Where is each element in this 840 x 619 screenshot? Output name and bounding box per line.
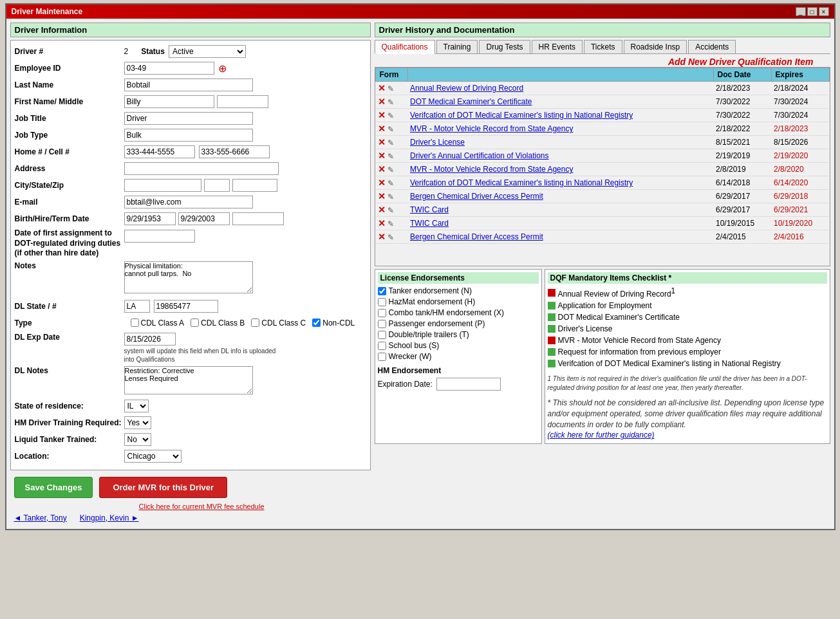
birth-date-input[interactable] — [124, 212, 176, 225]
cdl-b-checkbox[interactable] — [191, 319, 199, 327]
endorsement-checkbox[interactable] — [378, 287, 386, 295]
edit-icon[interactable]: ✎ — [387, 233, 394, 242]
employee-id-input[interactable] — [124, 62, 214, 75]
delete-icon[interactable]: ✕ — [378, 178, 386, 188]
maximize-button[interactable]: □ — [807, 7, 817, 16]
hm-expiration-input[interactable] — [436, 378, 501, 391]
endorsement-checkbox[interactable] — [378, 298, 386, 306]
qualification-link[interactable]: MVR - Motor Vehicle Record from State Ag… — [410, 124, 573, 133]
prev-driver-link[interactable]: ◄ Tanker, Tony — [14, 513, 67, 522]
dl-number-input[interactable] — [154, 300, 218, 313]
add-new-qualification-link[interactable]: Add New Driver Qualification Item — [664, 55, 817, 68]
last-name-input[interactable] — [124, 79, 253, 91]
dl-exp-input[interactable] — [124, 333, 176, 346]
dl-notes-textarea[interactable]: Restriction: Corrective Lenses Required — [124, 366, 253, 394]
qualification-link[interactable]: Driver's License — [410, 138, 465, 147]
endorsement-checkbox[interactable] — [378, 342, 386, 350]
cdl-a-checkbox-label[interactable]: CDL Class A — [131, 319, 185, 328]
tab-drug-tests[interactable]: Drug Tests — [479, 40, 530, 53]
qualification-link[interactable]: Bergen Chemical Driver Access Permit — [410, 232, 543, 241]
delete-icon[interactable]: ✕ — [378, 205, 386, 215]
qualification-link[interactable]: Verifcation of DOT Medical Examiner's li… — [410, 111, 633, 120]
endorsement-checkbox[interactable] — [378, 320, 386, 328]
delete-icon[interactable]: ✕ — [378, 164, 386, 174]
tab-qualifications[interactable]: Qualifications — [375, 40, 435, 54]
state-input[interactable] — [204, 179, 230, 192]
middle-name-input[interactable] — [217, 95, 268, 108]
term-date-input[interactable] — [232, 212, 284, 225]
hire-date-input[interactable] — [178, 212, 230, 225]
edit-icon[interactable]: ✎ — [387, 125, 394, 134]
title-bar: Driver Maintenance _ □ × — [6, 5, 834, 19]
qualification-link[interactable]: Annual Review of Driving Record — [410, 84, 523, 93]
job-type-input[interactable] — [124, 129, 253, 142]
edit-icon[interactable]: ✎ — [387, 219, 394, 228]
tab-roadside-insp[interactable]: Roadside Insp — [624, 40, 687, 53]
tab-training[interactable]: Training — [436, 40, 478, 53]
dot-date-input[interactable] — [124, 230, 195, 243]
cdl-b-checkbox-label[interactable]: CDL Class B — [191, 319, 245, 328]
zip-input[interactable] — [232, 179, 277, 192]
cell-phone-input[interactable] — [199, 145, 270, 158]
endorsement-checkbox[interactable] — [378, 331, 386, 339]
cdl-c-checkbox[interactable] — [251, 319, 259, 327]
qualification-link[interactable]: TWIC Card — [410, 205, 449, 214]
first-name-input[interactable] — [124, 95, 214, 108]
next-driver-link[interactable]: Kingpin, Kevin ► — [80, 513, 139, 522]
hm-training-select[interactable]: Yes No — [124, 416, 151, 429]
status-select[interactable]: Active Inactive Terminated — [169, 45, 246, 58]
expires-cell: 7/30/2024 — [771, 95, 829, 109]
delete-icon[interactable]: ✕ — [378, 110, 386, 120]
delete-icon[interactable]: ✕ — [378, 232, 386, 242]
tab-tickets[interactable]: Tickets — [584, 40, 622, 53]
qualification-link[interactable]: TWIC Card — [410, 219, 449, 228]
save-changes-button[interactable]: Save Changes — [14, 477, 93, 498]
edit-icon[interactable]: ✎ — [387, 111, 394, 120]
email-input[interactable] — [124, 196, 253, 208]
qualification-link[interactable]: DOT Medical Examiner's Certificate — [410, 97, 532, 106]
edit-icon[interactable]: ✎ — [387, 98, 394, 107]
order-mvr-button[interactable]: Order MVR for this Driver — [99, 477, 227, 498]
qualification-link[interactable]: Driver's Annual Certification of Violati… — [410, 151, 549, 160]
state-residence-select[interactable]: IL LA TX — [124, 400, 149, 412]
notes-textarea[interactable]: Physical limitation: cannot pull tarps. … — [124, 261, 253, 293]
edit-icon[interactable]: ✎ — [387, 152, 394, 161]
home-phone-input[interactable] — [124, 145, 195, 158]
mvr-fee-link[interactable]: Click here for current MVR fee schedule — [139, 503, 265, 510]
address-input[interactable] — [124, 162, 279, 175]
edit-icon[interactable]: ✎ — [387, 84, 394, 93]
endorsement-checkbox[interactable] — [378, 309, 386, 317]
cdl-a-checkbox[interactable] — [131, 319, 139, 327]
endorsement-checkbox[interactable] — [378, 353, 386, 361]
tab-hr-events[interactable]: HR Events — [532, 40, 583, 53]
non-cdl-checkbox[interactable] — [312, 319, 321, 327]
edit-icon[interactable]: ✎ — [387, 192, 394, 201]
delete-icon[interactable]: ✕ — [378, 218, 386, 228]
edit-icon[interactable]: ✎ — [387, 165, 394, 174]
non-cdl-checkbox-label[interactable]: Non-CDL — [312, 319, 355, 328]
tab-accidents[interactable]: Accidents — [688, 40, 736, 53]
qualification-link[interactable]: MVR - Motor Vehicle Record from State Ag… — [410, 165, 573, 174]
footnote-link[interactable]: (click here for further guidance) — [548, 430, 655, 439]
liquid-tanker-select[interactable]: No Yes — [124, 433, 151, 446]
qualifications-table-container[interactable]: Form Doc Date Expires ✕ ✎Annual Review o… — [375, 67, 830, 266]
delete-icon[interactable]: ✕ — [378, 97, 386, 107]
add-new-container: Add New Driver Qualification Item — [375, 57, 830, 67]
edit-icon[interactable]: ✎ — [387, 179, 394, 188]
delete-icon[interactable]: ✕ — [378, 83, 386, 93]
dl-state-input[interactable] — [124, 300, 150, 313]
delete-icon[interactable]: ✕ — [378, 151, 386, 161]
job-title-input[interactable] — [124, 112, 253, 125]
edit-icon[interactable]: ✎ — [387, 138, 394, 147]
delete-icon[interactable]: ✕ — [378, 191, 386, 201]
close-button[interactable]: × — [819, 7, 829, 16]
cdl-c-checkbox-label[interactable]: CDL Class C — [251, 319, 306, 328]
city-input[interactable] — [124, 179, 201, 192]
delete-icon[interactable]: ✕ — [378, 124, 386, 134]
qualification-link[interactable]: Bergen Chemical Driver Access Permit — [410, 192, 543, 201]
minimize-button[interactable]: _ — [796, 7, 806, 16]
edit-icon[interactable]: ✎ — [387, 206, 394, 215]
qualification-link[interactable]: Verifcation of DOT Medical Examiner's li… — [410, 178, 633, 187]
location-select[interactable]: Chicago New York Los Angeles — [124, 450, 182, 463]
delete-icon[interactable]: ✕ — [378, 137, 386, 147]
